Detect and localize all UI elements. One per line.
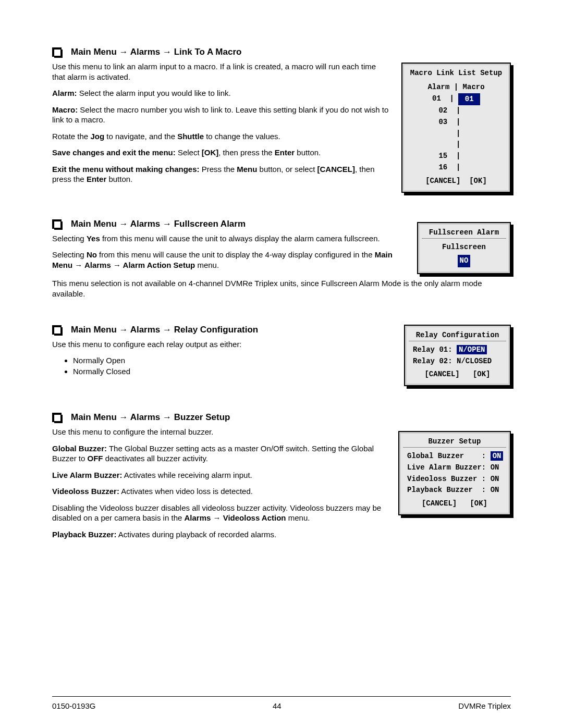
heading-text: Main Menu → Alarms → Relay Configuration bbox=[71, 325, 258, 335]
table-row: | bbox=[409, 128, 503, 140]
list-item: Normally Open bbox=[73, 356, 394, 365]
panel-title: Relay Configuration bbox=[408, 329, 507, 341]
footer-page-number: 44 bbox=[273, 701, 282, 710]
ok-button[interactable]: [OK] bbox=[469, 177, 487, 185]
section-relay: Main Menu → Alarms → Relay Configuration… bbox=[52, 325, 511, 386]
section-link-macro: Main Menu → Alarms → Link To A Macro Use… bbox=[52, 47, 511, 193]
para: Exit the menu without making changes: Pr… bbox=[52, 164, 391, 184]
table-header: Alarm | Macro bbox=[409, 82, 503, 93]
table-row: 15 | bbox=[409, 151, 503, 162]
relay-row: Relay 01: N/OPEN bbox=[413, 344, 502, 356]
panel-title: Fullscreen Alarm bbox=[421, 227, 507, 238]
panel-buzzer: Buzzer Setup Global Buzzer : ON Live Ala… bbox=[398, 431, 511, 515]
ok-button[interactable]: [OK] bbox=[470, 499, 487, 508]
ok-button[interactable]: [OK] bbox=[473, 370, 491, 378]
heading-text: Main Menu → Alarms → Fullscreen Alarm bbox=[71, 219, 246, 229]
page: Main Menu → Alarms → Link To A Macro Use… bbox=[0, 0, 563, 728]
footer-right: DVMRe Triplex bbox=[458, 701, 511, 710]
cancel-button[interactable]: [CANCEL] bbox=[422, 499, 457, 508]
table-row: 03 | bbox=[409, 117, 503, 128]
para: Videoloss Buzzer: Activates when video l… bbox=[52, 486, 388, 497]
list-item: Normally Closed bbox=[73, 367, 394, 376]
table-row: | bbox=[409, 139, 503, 151]
buzzer-row: Live Alarm Buzzer: ON bbox=[407, 462, 502, 474]
panel-relay: Relay Configuration Relay 01: N/OPEN Rel… bbox=[404, 325, 511, 386]
value-selected[interactable]: 01 bbox=[458, 93, 480, 106]
label: Fullscreen bbox=[425, 242, 503, 253]
para: Live Alarm Buzzer: Activates while recei… bbox=[52, 470, 388, 480]
checkbox-icon bbox=[52, 47, 62, 57]
heading-link-macro: Main Menu → Alarms → Link To A Macro bbox=[52, 47, 391, 57]
checkbox-icon bbox=[52, 325, 62, 335]
para: Alarm: Select the alarm input you would … bbox=[52, 88, 391, 98]
para: Macro: Select the macro number you wish … bbox=[52, 105, 391, 125]
panel-title: Macro Link List Setup bbox=[405, 67, 507, 79]
table-row: 16 | bbox=[409, 162, 503, 174]
checkbox-icon bbox=[52, 219, 62, 229]
para: Use this menu to configure the internal … bbox=[52, 427, 388, 437]
para: Selecting Yes from this menu will cause … bbox=[52, 233, 407, 244]
cancel-button[interactable]: [CANCEL] bbox=[425, 177, 460, 185]
buzzer-row: Playback Buzzer : ON bbox=[407, 485, 502, 496]
relay-row: Relay 02: N/CLOSED bbox=[413, 356, 502, 367]
heading-text: Main Menu → Alarms → Buzzer Setup bbox=[71, 412, 230, 423]
para: Global Buzzer: The Global Buzzer setting… bbox=[52, 443, 388, 464]
value-selected[interactable]: NO bbox=[458, 255, 471, 267]
footer-divider bbox=[52, 696, 511, 697]
panel-macro-link: Macro Link List Setup Alarm | Macro 01 |… bbox=[401, 63, 511, 193]
heading-relay: Main Menu → Alarms → Relay Configuration bbox=[52, 325, 394, 335]
checkbox-icon bbox=[52, 413, 62, 422]
footer: 0150-0193G 44 DVMRe Triplex bbox=[52, 701, 511, 710]
para: Use this menu to configure each relay ou… bbox=[52, 339, 394, 350]
bullet-list: Normally Open Normally Closed bbox=[52, 356, 394, 376]
panel-fullscreen: Fullscreen Alarm Fullscreen NO bbox=[417, 222, 511, 274]
para: Save changes and exit the menu: Select [… bbox=[52, 147, 391, 158]
para: Use this menu to link an alarm input to … bbox=[52, 61, 391, 82]
section-buzzer: Main Menu → Alarms → Buzzer Setup Use th… bbox=[52, 412, 511, 546]
heading-fullscreen: Main Menu → Alarms → Fullscreen Alarm bbox=[52, 219, 407, 229]
para: This menu selection is not available on … bbox=[52, 278, 511, 299]
panel-buttons: [CANCEL] [OK] bbox=[409, 174, 503, 186]
buzzer-row: Videoloss Buzzer : ON bbox=[407, 474, 502, 485]
table-row: 01 | 01 bbox=[409, 93, 503, 106]
value-selected[interactable]: ON bbox=[491, 451, 504, 461]
value-selected[interactable]: N/OPEN bbox=[457, 345, 487, 354]
para: Selecting No from this menu will cause t… bbox=[52, 250, 407, 270]
table-row: 02 | bbox=[409, 105, 503, 117]
heading-buzzer: Main Menu → Alarms → Buzzer Setup bbox=[52, 412, 388, 423]
section-fullscreen: Main Menu → Alarms → Fullscreen Alarm Se… bbox=[52, 219, 511, 299]
para: Rotate the Jog to navigate, and the Shut… bbox=[52, 131, 391, 142]
footer-left: 0150-0193G bbox=[52, 701, 95, 710]
buzzer-row: Global Buzzer : ON bbox=[407, 451, 502, 462]
para: Disabling the Videoloss buzzer disables … bbox=[52, 503, 388, 523]
para: Playback Buzzer: Activates during playba… bbox=[52, 529, 388, 540]
panel-title: Buzzer Setup bbox=[402, 436, 507, 447]
heading-text: Main Menu → Alarms → Link To A Macro bbox=[71, 47, 241, 57]
cancel-button[interactable]: [CANCEL] bbox=[424, 370, 459, 378]
